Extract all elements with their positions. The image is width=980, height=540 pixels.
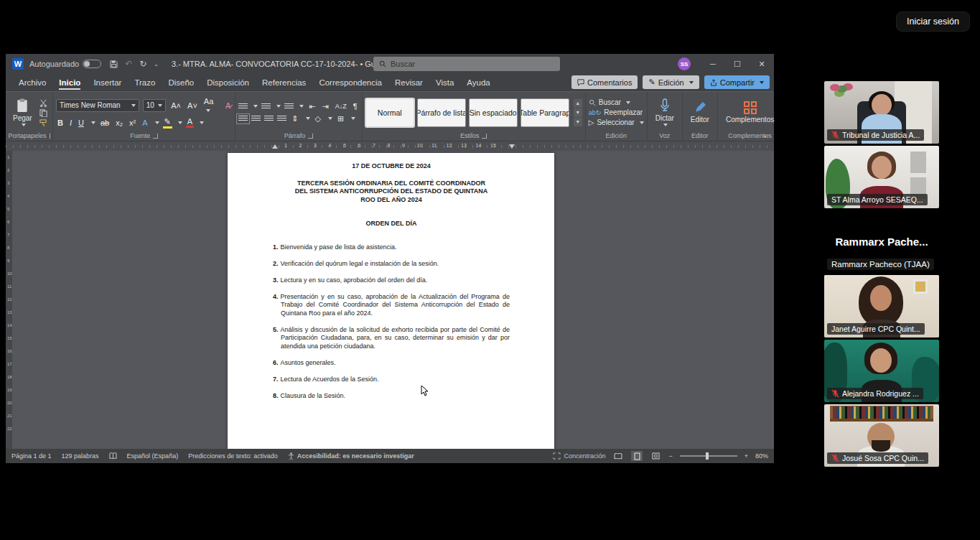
font-color-button[interactable]: A bbox=[186, 117, 194, 128]
shrink-font-icon[interactable]: A˅ bbox=[186, 101, 199, 110]
style-no-spacing[interactable]: Sin espaciado bbox=[469, 98, 518, 127]
autosave-toggle[interactable] bbox=[83, 60, 101, 68]
tab-diseno[interactable]: Diseño bbox=[162, 76, 200, 89]
tab-trazo[interactable]: Trazo bbox=[129, 76, 161, 89]
read-mode-button[interactable] bbox=[612, 451, 624, 461]
tab-inicio[interactable]: Inicio bbox=[53, 76, 86, 89]
highlight-color-button[interactable]: ✎ bbox=[163, 117, 172, 129]
tab-disposicion[interactable]: Disposición bbox=[201, 76, 255, 89]
increase-indent-icon[interactable]: ⇥ bbox=[321, 102, 330, 111]
editing-mode-button[interactable]: ✎ Edición bbox=[643, 75, 699, 89]
document-page[interactable]: 17 DE OCTUBRE DE 2024 TERCERA SESIÓN ORD… bbox=[228, 153, 554, 449]
comments-button[interactable]: Comentarios bbox=[571, 75, 638, 89]
page-indicator[interactable]: Página 1 de 1 bbox=[11, 452, 52, 460]
strikethrough-button[interactable]: ab bbox=[99, 118, 111, 127]
right-indent-marker[interactable] bbox=[509, 144, 515, 149]
participant-tile-alejandra[interactable]: Alejandra Rodriguez ... bbox=[824, 340, 939, 402]
participant-tile-josue[interactable]: Josué Sosa CPC Quin... bbox=[824, 404, 939, 467]
borders-icon[interactable]: ⊞ bbox=[336, 114, 345, 124]
web-layout-button[interactable] bbox=[650, 451, 661, 461]
focus-mode-button[interactable]: Concentración bbox=[553, 452, 605, 460]
participant-tile-janet[interactable]: Janet Aguirre CPC Quint... bbox=[824, 275, 939, 338]
accessibility-status[interactable]: Accesibilidad: es necesario investigar bbox=[288, 452, 414, 460]
undo-icon[interactable]: ↶ bbox=[125, 59, 132, 69]
shading-chevron-icon[interactable] bbox=[328, 117, 332, 120]
signin-button[interactable]: Iniciar sesión bbox=[896, 11, 970, 32]
select-button[interactable]: ▷ Seleccionar bbox=[589, 118, 644, 126]
close-button[interactable]: ✕ bbox=[750, 54, 774, 74]
font-color-chevron-icon[interactable] bbox=[200, 121, 204, 124]
zoom-in-button[interactable]: + bbox=[745, 452, 748, 460]
decrease-indent-icon[interactable]: ⇤ bbox=[307, 102, 317, 111]
styles-dialog-launcher-icon[interactable] bbox=[482, 134, 487, 139]
highlight-chevron-icon[interactable] bbox=[178, 121, 182, 124]
styles-more-icon[interactable]: ▼ bbox=[574, 118, 582, 126]
editor-button[interactable]: Editor bbox=[686, 101, 714, 124]
participant-tile-tribunal[interactable]: Tribunal de Justicia A... bbox=[824, 81, 939, 144]
align-right-icon[interactable] bbox=[264, 116, 274, 122]
minimize-button[interactable]: ─ bbox=[701, 54, 725, 74]
sort-icon[interactable]: A↓Z bbox=[334, 103, 348, 110]
tab-vista[interactable]: Vista bbox=[430, 76, 459, 89]
tab-insertar[interactable]: Insertar bbox=[88, 76, 127, 89]
cut-icon[interactable] bbox=[39, 99, 47, 107]
italic-button[interactable]: I bbox=[68, 118, 73, 127]
proofing-book-icon[interactable] bbox=[109, 452, 117, 460]
font-dialog-launcher-icon[interactable] bbox=[153, 134, 158, 139]
redo-icon[interactable]: ↻ bbox=[139, 59, 146, 69]
justify-icon[interactable] bbox=[277, 116, 286, 122]
numbering-icon[interactable] bbox=[261, 103, 271, 110]
clipboard-dialog-launcher-icon[interactable] bbox=[50, 134, 50, 139]
superscript-button[interactable]: x² bbox=[128, 118, 137, 127]
participant-tile-alma[interactable]: ST Alma Arroyo SESAEQ... bbox=[824, 146, 939, 208]
participant-tile-rammarx[interactable]: Rammarx Pache... Rammarx Pacheco (TJAA) bbox=[824, 210, 939, 273]
font-name-combobox[interactable]: Times New Roman bbox=[56, 99, 139, 112]
zoom-level[interactable]: 80% bbox=[755, 452, 768, 460]
tab-revisar[interactable]: Revisar bbox=[389, 76, 429, 89]
tab-archivo[interactable]: Archivo bbox=[13, 76, 52, 89]
autosave-control[interactable]: Autoguardado bbox=[29, 60, 101, 68]
share-button[interactable]: Compartir bbox=[704, 75, 770, 89]
underline-chevron-icon[interactable] bbox=[91, 121, 95, 124]
change-case-icon[interactable]: Aa bbox=[202, 97, 220, 114]
tab-correspondencia[interactable]: Correspondencia bbox=[313, 76, 388, 89]
tab-ayuda[interactable]: Ayuda bbox=[461, 76, 495, 89]
account-avatar[interactable]: SS bbox=[678, 57, 691, 70]
bullets-chevron-icon[interactable] bbox=[253, 105, 258, 108]
vertical-ruler[interactable]: 12345678910111213141516171819202122 bbox=[6, 151, 12, 449]
show-marks-icon[interactable]: ¶ bbox=[352, 102, 359, 111]
replace-button[interactable]: ab↻ Reemplazar bbox=[589, 108, 644, 116]
style-normal[interactable]: Normal bbox=[365, 98, 414, 127]
bullets-icon[interactable] bbox=[238, 103, 248, 110]
style-table-paragraph[interactable]: Table Paragrap bbox=[521, 98, 569, 127]
multilevel-list-icon[interactable] bbox=[284, 103, 294, 110]
multilevel-chevron-icon[interactable] bbox=[299, 105, 304, 108]
zoom-out-button[interactable]: − bbox=[668, 452, 672, 460]
align-center-icon[interactable] bbox=[251, 116, 261, 122]
tab-referencias[interactable]: Referencias bbox=[256, 76, 312, 89]
shading-icon[interactable]: ◇ bbox=[314, 114, 322, 124]
addins-button[interactable]: Complementos bbox=[721, 101, 779, 124]
search-box[interactable]: Buscar bbox=[373, 57, 560, 71]
dictate-button[interactable]: Dictar bbox=[650, 98, 679, 127]
left-indent-marker[interactable] bbox=[272, 144, 278, 149]
numbering-chevron-icon[interactable] bbox=[276, 105, 281, 108]
print-layout-button[interactable] bbox=[631, 451, 643, 461]
style-list-paragraph[interactable]: Párrafo de lista bbox=[417, 98, 466, 127]
zoom-slider-thumb[interactable] bbox=[706, 452, 709, 460]
clear-formatting-icon[interactable]: A̷ bbox=[224, 101, 232, 110]
format-painter-icon[interactable] bbox=[39, 119, 47, 127]
collapse-ribbon-icon[interactable]: ⌄ bbox=[762, 131, 768, 139]
language-indicator[interactable]: Español (España) bbox=[127, 452, 179, 460]
grow-font-icon[interactable]: A˄ bbox=[169, 101, 182, 110]
document-canvas[interactable]: 12345678910111213141516171819202122 17 D… bbox=[6, 151, 774, 449]
bold-button[interactable]: B bbox=[56, 118, 65, 127]
subscript-button[interactable]: x₂ bbox=[114, 118, 124, 127]
restore-button[interactable]: ☐ bbox=[725, 54, 750, 74]
borders-chevron-icon[interactable] bbox=[351, 117, 355, 120]
align-left-icon[interactable] bbox=[238, 116, 248, 122]
word-logo-icon[interactable]: W bbox=[12, 58, 24, 70]
customize-qat-icon[interactable]: ⌄ bbox=[154, 61, 159, 68]
horizontal-ruler[interactable]: 123456789101112131415 bbox=[6, 141, 774, 151]
save-icon[interactable] bbox=[110, 60, 118, 68]
